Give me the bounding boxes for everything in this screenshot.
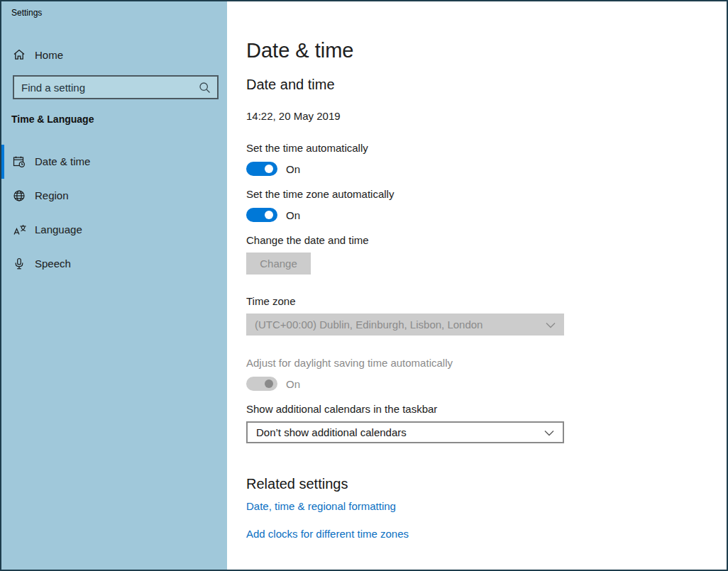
sidebar-item-home[interactable]: Home	[1, 44, 227, 67]
section-heading-related-settings: Related settings	[246, 476, 348, 492]
additional-calendars-dropdown[interactable]: Don’t show additional calendars	[246, 421, 564, 443]
calendar-clock-icon	[13, 155, 26, 168]
search-input[interactable]	[21, 77, 192, 98]
microphone-icon	[13, 257, 26, 270]
daylight-saving-row: On	[246, 377, 300, 391]
set-time-auto-row: On	[246, 162, 300, 176]
page-title: Date & time	[246, 39, 354, 62]
set-zone-auto-toggle[interactable]	[246, 208, 277, 222]
settings-window: Settings Home Time & Language	[0, 0, 728, 571]
globe-icon	[13, 189, 26, 202]
toggle-knob	[265, 165, 273, 173]
link-add-clocks[interactable]: Add clocks for different time zones	[246, 528, 409, 540]
main-content: Date & time Date and time 14:22, 20 May …	[227, 1, 727, 570]
toggle-state-label: On	[286, 378, 300, 390]
sidebar-item-label: Speech	[35, 257, 71, 270]
sidebar-item-date-time[interactable]: Date & time	[1, 145, 227, 179]
additional-calendars-selected-option: Don’t show additional calendars	[256, 426, 407, 438]
selected-accent-bar	[1, 145, 4, 179]
sidebar-item-label: Language	[35, 223, 82, 235]
change-button: Change	[246, 253, 311, 275]
daylight-saving-toggle	[246, 377, 277, 391]
section-heading-date-and-time: Date and time	[246, 77, 335, 93]
set-time-auto-label: Set the time automatically	[246, 142, 368, 154]
set-zone-auto-label: Set the time zone automatically	[246, 188, 394, 200]
set-zone-auto-row: On	[246, 208, 300, 222]
sidebar-section-heading: Time & Language	[11, 113, 94, 125]
sidebar-item-label: Date & time	[35, 155, 90, 167]
language-icon	[13, 223, 27, 236]
additional-calendars-label: Show additional calendars in the taskbar	[246, 403, 437, 415]
home-icon	[13, 48, 26, 61]
link-regional-formatting[interactable]: Date, time & regional formatting	[246, 500, 396, 512]
set-time-auto-toggle[interactable]	[246, 162, 277, 176]
toggle-state-label: On	[286, 209, 300, 221]
app-title: Settings	[11, 8, 42, 18]
sidebar-item-label: Home	[35, 49, 63, 61]
time-zone-label: Time zone	[246, 295, 295, 307]
toggle-knob	[265, 379, 273, 388]
search-icon[interactable]	[199, 82, 211, 96]
current-datetime: 14:22, 20 May 2019	[246, 110, 341, 122]
sidebar-item-language[interactable]: Language	[1, 213, 227, 247]
sidebar-item-region[interactable]: Region	[1, 179, 227, 213]
daylight-saving-label: Adjust for daylight saving time automati…	[246, 357, 453, 369]
toggle-knob	[265, 211, 273, 219]
time-zone-dropdown: (UTC+00:00) Dublin, Edinburgh, Lisbon, L…	[246, 314, 564, 336]
chevron-down-icon	[546, 318, 556, 331]
search-box	[13, 75, 219, 99]
sidebar: Settings Home Time & Language	[1, 1, 227, 570]
time-zone-selected-option: (UTC+00:00) Dublin, Edinburgh, Lisbon, L…	[255, 318, 482, 331]
sidebar-item-label: Region	[35, 189, 69, 201]
sidebar-item-speech[interactable]: Speech	[1, 247, 227, 281]
toggle-state-label: On	[286, 163, 300, 175]
chevron-down-icon	[544, 426, 554, 438]
change-date-time-label: Change the date and time	[246, 234, 369, 246]
